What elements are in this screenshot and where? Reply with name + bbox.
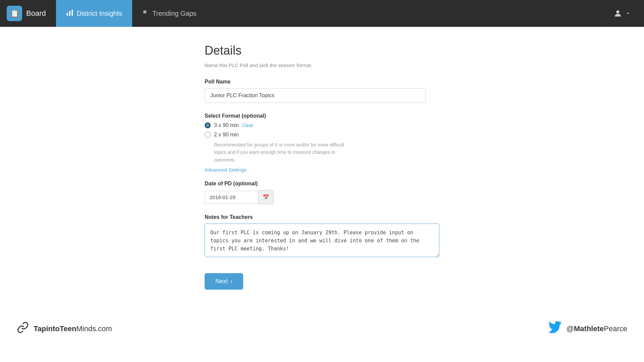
notes-textarea[interactable]: Our first PLC is coming up on January 29… bbox=[205, 224, 439, 257]
chevron-down-icon bbox=[625, 11, 631, 16]
format-option1-label: 3 x 90 min bbox=[214, 122, 239, 128]
date-section: Date of PD (optional) 📅 bbox=[205, 181, 439, 204]
notes-label: Notes for Teachers bbox=[205, 214, 439, 220]
svg-rect-0 bbox=[67, 13, 68, 16]
nav-trending-gaps[interactable]: Trending Gaps bbox=[132, 0, 207, 27]
calendar-button[interactable]: 📅 bbox=[258, 190, 274, 204]
clear-link[interactable]: Clear bbox=[242, 123, 253, 128]
nav-logo[interactable]: 📋 Board bbox=[7, 6, 56, 21]
footer-handle-text: @MathletePearce bbox=[567, 324, 627, 333]
footer-brand-left: TapintoTeenMinds.com bbox=[17, 321, 112, 336]
format-option2-label: 2 x 90 min bbox=[214, 132, 239, 138]
main-content: Details Name this PLC Poll and pick the … bbox=[191, 27, 453, 303]
navbar: 📋 Board District Insights Trending Gaps bbox=[0, 0, 644, 27]
chart-icon bbox=[66, 9, 73, 18]
footer-brand-tap: Tapinto bbox=[34, 324, 60, 333]
poll-name-input[interactable] bbox=[205, 88, 426, 103]
page-subtitle: Name this PLC Poll and pick the session … bbox=[205, 62, 439, 68]
district-insights-label: District Insights bbox=[77, 10, 122, 17]
user-icon bbox=[613, 9, 623, 18]
format-recommendation: Recommended for groups of 4 or more and/… bbox=[214, 141, 355, 164]
footer-brand-text: TapintoTeenMinds.com bbox=[34, 324, 112, 333]
footer-brand-right: @MathletePearce bbox=[548, 321, 627, 337]
trending-gaps-label: Trending Gaps bbox=[152, 10, 197, 17]
link-icon bbox=[17, 321, 29, 336]
nav-district-insights[interactable]: District Insights bbox=[56, 0, 132, 27]
chevron-right-icon: › bbox=[230, 278, 232, 285]
twitter-icon bbox=[548, 321, 562, 337]
date-label: Date of PD (optional) bbox=[205, 181, 439, 187]
footer: TapintoTeenMinds.com @MathletePearce bbox=[0, 313, 644, 345]
svg-rect-2 bbox=[71, 9, 73, 15]
format-radio-group: 3 x 90 min Clear 2 x 90 min bbox=[205, 122, 439, 138]
format-option1-row: 3 x 90 min Clear bbox=[205, 122, 439, 128]
format-option2-row: 2 x 90 min bbox=[205, 132, 439, 138]
advanced-settings-link[interactable]: Advanced Settings bbox=[205, 167, 247, 173]
date-input[interactable] bbox=[205, 191, 258, 204]
poll-name-section: Poll Name bbox=[205, 79, 439, 103]
format-label: Select Format (optional) bbox=[205, 113, 439, 119]
calendar-icon: 📅 bbox=[263, 194, 269, 200]
svg-rect-1 bbox=[69, 11, 70, 16]
date-field-wrap: 📅 bbox=[205, 190, 439, 204]
footer-brand-teen: Teen bbox=[60, 324, 76, 333]
poll-name-label: Poll Name bbox=[205, 79, 439, 85]
format-option1-radio[interactable] bbox=[205, 122, 211, 128]
user-menu[interactable] bbox=[606, 9, 637, 18]
page-title: Details bbox=[205, 44, 439, 58]
flag-icon bbox=[142, 9, 149, 18]
board-label: Board bbox=[26, 9, 46, 18]
svg-point-3 bbox=[616, 10, 619, 13]
footer-brand-minds: Minds.com bbox=[76, 324, 112, 333]
select-format-section: Select Format (optional) 3 x 90 min Clea… bbox=[205, 113, 439, 164]
format-option2-radio[interactable] bbox=[205, 132, 211, 138]
notes-section: Notes for Teachers Our first PLC is comi… bbox=[205, 214, 439, 258]
logo-icon: 📋 bbox=[7, 6, 22, 21]
next-label: Next bbox=[215, 278, 228, 285]
next-button[interactable]: Next › bbox=[205, 273, 243, 290]
